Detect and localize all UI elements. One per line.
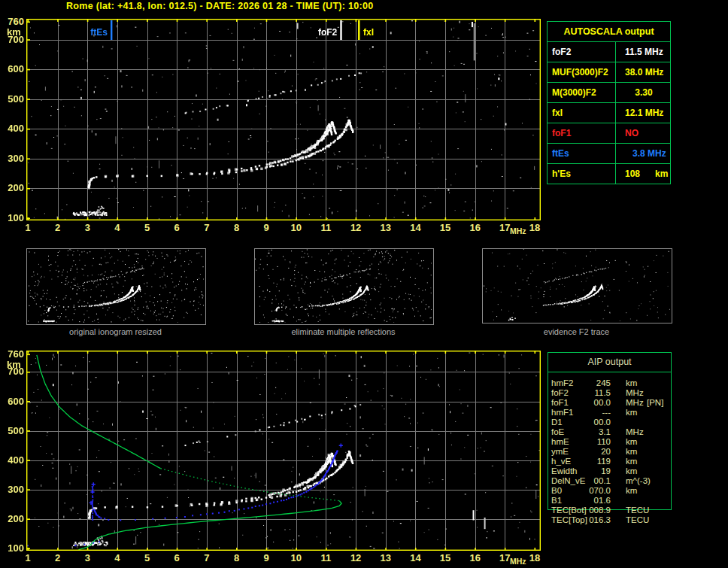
autoscala-row-value: 11.5 MHz bbox=[616, 42, 670, 62]
autoscala-row-value: 38.0 MHz bbox=[616, 62, 670, 82]
x-tick-label: 7 bbox=[198, 223, 216, 233]
aip-row-label: foF2 bbox=[551, 388, 569, 398]
aip-row: TEC[Bot]008.9TECU bbox=[548, 506, 680, 515]
x-tick-label: 5 bbox=[138, 223, 156, 233]
x-tick-label: 16 bbox=[466, 553, 484, 563]
x-axis-unit: MHz bbox=[510, 226, 526, 235]
thumbnail-original-ionogram bbox=[26, 248, 206, 325]
aip-row-value: --- bbox=[576, 408, 611, 418]
aip-row-label: hmF1 bbox=[551, 408, 573, 418]
aip-row: B0070.0km bbox=[548, 486, 680, 496]
y-tick-label: 600 bbox=[2, 396, 24, 407]
x-tick-label: 6 bbox=[168, 553, 186, 563]
aip-row: hmF2245km bbox=[548, 378, 680, 388]
aip-row: h_vE119km bbox=[548, 457, 680, 466]
autoscala-row: h'Es108 km bbox=[548, 164, 670, 184]
x-tick-label: 1 bbox=[19, 553, 37, 563]
aip-row: hmF1---km bbox=[548, 408, 680, 418]
x-tick-label: 15 bbox=[436, 553, 454, 563]
page-title: Rome (lat: +41.8, lon: 012.5) - DATE: 20… bbox=[66, 1, 374, 11]
aip-row-label: D1 bbox=[551, 418, 563, 427]
autoscala-row: foF1NO bbox=[548, 123, 670, 144]
autoscala-row-label: fxI bbox=[548, 103, 616, 123]
x-tick-label: 2 bbox=[49, 223, 67, 233]
aip-row-value: 00.1 bbox=[576, 476, 611, 486]
autoscala-table-header: AUTOSCALA output bbox=[548, 22, 670, 42]
autoscala-row: fxI12.1 MHz bbox=[548, 103, 670, 123]
thumbnail-f2-trace bbox=[482, 248, 672, 323]
aip-row-label: hmF2 bbox=[551, 378, 573, 388]
x-tick-label: 1 bbox=[19, 223, 37, 233]
aip-row-value: 00.0 bbox=[576, 398, 611, 408]
aip-row-unit: km bbox=[626, 447, 637, 457]
aip-row: hmE110km bbox=[548, 437, 680, 447]
x-tick-label: 18 bbox=[526, 223, 544, 233]
autoscala-table-rows: foF211.5 MHzMUF(3000)F238.0 MHzM(3000)F2… bbox=[548, 42, 670, 184]
aip-row: D100.0 bbox=[548, 418, 680, 427]
aip-row-unit: MHz bbox=[626, 388, 644, 398]
aip-row-unit: km bbox=[626, 378, 637, 388]
aip-row-value: 070.0 bbox=[576, 486, 611, 496]
x-tick-label: 9 bbox=[257, 553, 275, 563]
thumbnail-caption-f2: evidence F2 trace bbox=[482, 327, 671, 336]
x-tick-label: 13 bbox=[377, 223, 395, 233]
x-tick-label: 15 bbox=[436, 223, 454, 233]
y-tick-label: 600 bbox=[2, 64, 24, 74]
aip-row-unit: MHz bbox=[626, 398, 644, 408]
x-tick-label: 3 bbox=[78, 223, 96, 233]
aip-row-value: 016.3 bbox=[576, 515, 611, 525]
thumbnail-cleaned-ionogram bbox=[254, 248, 434, 325]
autoscala-screen: Rome (lat: +41.8, lon: 012.5) - DATE: 20… bbox=[0, 0, 728, 568]
aip-row-value: 19 bbox=[576, 466, 611, 476]
aip-row-unit: km bbox=[626, 437, 637, 447]
aip-row-unit: km bbox=[626, 486, 637, 496]
y-tick-label: 200 bbox=[2, 514, 24, 524]
top-ionogram-canvas bbox=[26, 19, 541, 220]
x-tick-label: 9 bbox=[257, 223, 275, 233]
aip-row-label: ymE bbox=[551, 447, 569, 457]
x-axis-unit: MHz bbox=[510, 557, 526, 566]
x-tick-label: 11 bbox=[317, 553, 335, 563]
aip-row: TEC[Top]016.3TECU bbox=[548, 515, 680, 525]
thumbnail-caption-original: original ionogram resized bbox=[26, 327, 205, 336]
aip-row-unit: TECU bbox=[626, 515, 649, 525]
aip-row: foF100.0MHz[PN] bbox=[548, 398, 680, 408]
aip-row-unit: km bbox=[626, 466, 637, 476]
autoscala-row-label: M(3000)F2 bbox=[548, 83, 616, 102]
y-tick-label: 400 bbox=[2, 455, 24, 466]
aip-row-label: foE bbox=[551, 427, 564, 437]
x-tick-label: 3 bbox=[78, 553, 96, 563]
aip-row-label: hmE bbox=[551, 437, 569, 447]
aip-table-header: AIP output bbox=[548, 353, 671, 372]
aip-row-value: 110 bbox=[576, 437, 611, 447]
y-tick-label: 760 bbox=[2, 349, 24, 360]
aip-row: Ewidth19km bbox=[548, 466, 680, 476]
aip-row-unit: km bbox=[626, 408, 637, 418]
x-tick-label: 10 bbox=[287, 223, 305, 233]
x-tick-label: 4 bbox=[108, 223, 126, 233]
autoscala-row-value: 3.8 MHz bbox=[616, 144, 670, 163]
thumbnail-f2-canvas bbox=[483, 249, 670, 321]
x-tick-label: 14 bbox=[406, 223, 424, 233]
aip-row-value: 20 bbox=[576, 447, 611, 457]
aip-row-value: 008.9 bbox=[576, 506, 611, 515]
y-tick-label: 100 bbox=[2, 213, 24, 223]
autoscala-row-label: foF1 bbox=[548, 123, 616, 143]
aip-row-value: 119 bbox=[576, 457, 611, 466]
x-tick-label: 4 bbox=[108, 553, 126, 563]
autoscala-table: AUTOSCALA output foF211.5 MHzMUF(3000)F2… bbox=[547, 21, 671, 184]
autoscala-row-label: h'Es bbox=[548, 164, 616, 184]
autoscala-row: MUF(3000)F238.0 MHz bbox=[548, 62, 670, 83]
aip-row-value: 245 bbox=[576, 378, 611, 388]
autoscala-row: foF211.5 MHz bbox=[548, 42, 670, 62]
aip-row-value: 3.1 bbox=[576, 427, 611, 437]
autoscala-row-label: foF2 bbox=[548, 42, 616, 62]
y-tick-label: 100 bbox=[2, 543, 24, 554]
autoscala-row: ftEs 3.8 MHz bbox=[548, 144, 670, 164]
aip-row-label: Ewidth bbox=[551, 466, 578, 476]
aip-row-value: 11.5 bbox=[576, 388, 611, 398]
aip-row: foF211.5MHz bbox=[548, 388, 680, 398]
aip-row-unit: m^(-3) bbox=[626, 476, 651, 486]
aip-row-unit: MHz bbox=[626, 427, 644, 437]
aip-row-label: B1 bbox=[551, 496, 562, 506]
